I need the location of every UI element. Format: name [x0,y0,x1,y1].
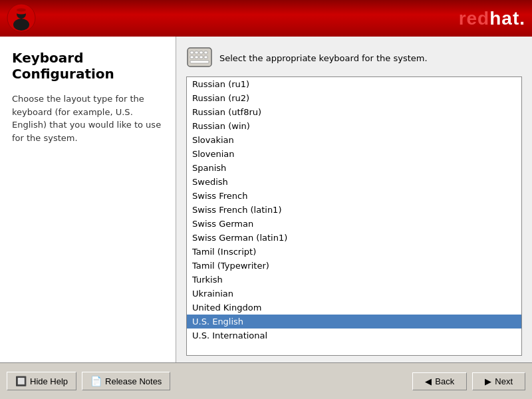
panel-title: KeyboardConfiguration [12,50,164,82]
instruction-bar: Select the appropriate keyboard for the … [186,47,522,70]
svg-rect-8 [195,51,198,54]
keyboard-list-item[interactable]: Russian (win) [187,119,521,133]
next-button[interactable]: ▶ Next [472,372,525,390]
hide-help-button[interactable]: 🔲 Hide Help [7,372,76,390]
release-notes-label: Release Notes [105,376,162,386]
svg-rect-7 [190,51,194,54]
hide-help-label: Hide Help [30,376,68,386]
keyboard-list-item[interactable]: Swiss French [187,189,521,203]
brand-red: red [459,8,490,29]
keyboard-list-item[interactable]: Spanish [187,161,521,175]
keyboard-list-item[interactable]: Ukrainian [187,287,521,301]
svg-rect-13 [200,56,203,59]
keyboard-list-item[interactable]: Swedish [187,175,521,189]
redhat-logo-icon [7,3,37,33]
keyboard-list-item[interactable]: U.S. International [187,329,521,342]
svg-rect-10 [204,51,207,54]
nav-buttons: ◀ Back ▶ Next [412,372,525,390]
keyboard-list[interactable]: Russian (ru1)Russian (ru2)Russian (utf8r… [187,77,521,355]
brand-white: hat. [489,8,525,29]
left-panel: KeyboardConfiguration Choose the layout … [0,37,176,362]
brand-text: redhat. [459,8,525,29]
back-button[interactable]: ◀ Back [412,372,467,390]
svg-rect-9 [200,51,203,54]
keyboard-list-item[interactable]: Turkish [187,273,521,287]
back-arrow-icon: ◀ [425,376,432,386]
keyboard-list-item[interactable]: Tamil (Inscript) [187,245,521,259]
keyboard-list-item[interactable]: Slovenian [187,147,521,161]
keyboard-list-container: Russian (ru1)Russian (ru2)Russian (utf8r… [186,76,522,356]
next-arrow-icon: ▶ [485,376,491,386]
svg-rect-15 [190,61,209,63]
keyboard-list-item[interactable]: Russian (ru2) [187,91,521,105]
svg-rect-12 [195,56,198,59]
keyboard-icon [186,47,213,70]
svg-point-5 [17,9,26,12]
panel-description: Choose the layout type for the keyboard … [12,92,164,144]
keyboard-list-item[interactable]: Swiss German [187,217,521,231]
instruction-text: Select the appropriate keyboard for the … [219,53,428,63]
hide-help-icon: 🔲 [15,376,27,386]
footer: 🔲 Hide Help 📄 Release Notes ◀ Back ▶ Nex… [0,362,532,399]
footer-left-buttons: 🔲 Hide Help 📄 Release Notes [7,372,170,390]
main-content: KeyboardConfiguration Choose the layout … [0,37,532,362]
release-notes-button[interactable]: 📄 Release Notes [82,372,170,390]
svg-rect-11 [190,56,194,59]
svg-point-2 [13,19,29,31]
logo-area [7,3,37,33]
release-notes-icon: 📄 [90,376,102,386]
keyboard-list-item[interactable]: Slovakian [187,133,521,147]
back-label: Back [435,376,454,386]
header: redhat. [0,0,532,37]
keyboard-list-item[interactable]: Russian (utf8ru) [187,105,521,119]
right-panel: Select the appropriate keyboard for the … [176,37,532,362]
svg-rect-14 [204,56,207,59]
keyboard-list-item[interactable]: Tamil (Typewriter) [187,259,521,273]
keyboard-list-item[interactable]: United Kingdom [187,301,521,315]
keyboard-list-item[interactable]: Swiss German (latin1) [187,231,521,245]
keyboard-list-item[interactable]: U.S. English [187,315,521,329]
keyboard-list-item[interactable]: Swiss French (latin1) [187,203,521,217]
next-label: Next [495,376,513,386]
keyboard-list-item[interactable]: Russian (ru1) [187,77,521,91]
